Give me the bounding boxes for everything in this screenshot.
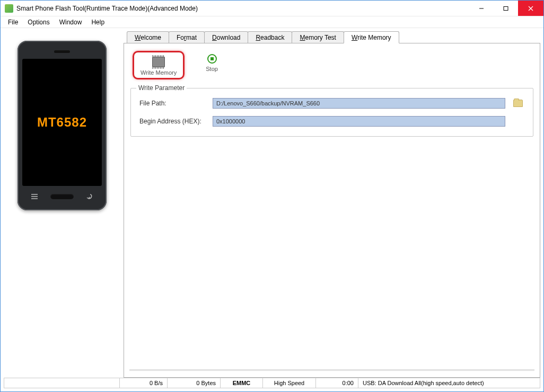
phone-mockup: MT6582	[17, 41, 107, 210]
tab-format-label-a: Fo	[177, 34, 184, 41]
maximize-button[interactable]	[494, 1, 518, 16]
minimize-icon	[479, 6, 484, 11]
app-window: Smart Phone Flash Tool(Runtime Trace Mod…	[0, 0, 544, 392]
tab-welcome-label: elcome	[141, 34, 161, 41]
statusbar: 0 B/s 0 Bytes EMMC High Speed 0:00 USB: …	[4, 378, 540, 388]
stop-button[interactable]: Stop	[200, 51, 223, 75]
menubar: File Options Window Help	[1, 16, 543, 28]
status-time: 0:00	[315, 378, 358, 388]
window-title: Smart Phone Flash Tool(Runtime Trace Mod…	[16, 5, 469, 12]
status-storage: EMMC	[220, 378, 262, 388]
tab-download-label: ownload	[217, 34, 241, 41]
menu-window[interactable]: Window	[55, 17, 86, 28]
tab-memory-test[interactable]: Memory Test	[292, 31, 344, 43]
phone-screen: MT6582	[22, 59, 102, 186]
close-button[interactable]	[518, 1, 543, 16]
status-speed: High Speed	[262, 378, 315, 388]
menu-options[interactable]: Options	[23, 17, 54, 28]
phone-top	[22, 46, 102, 57]
browse-file-button[interactable]	[512, 98, 524, 109]
chip-icon	[152, 57, 165, 67]
file-path-row: File Path:	[139, 98, 524, 109]
phone-menu-icon	[25, 192, 43, 201]
toolbar: Write Memory Stop	[129, 49, 534, 86]
maximize-icon	[503, 6, 508, 11]
tab-welcome[interactable]: Welcome	[127, 31, 169, 43]
status-bytes: 0 Bytes	[167, 378, 220, 388]
menu-help[interactable]: Help	[87, 17, 109, 28]
stop-label: Stop	[206, 66, 218, 72]
right-pane: Welcome Format Download Readback Memory …	[124, 31, 540, 378]
tab-format-label-b: mat	[186, 34, 197, 41]
write-parameter-legend: Write Parameter	[136, 84, 187, 92]
phone-back-icon	[81, 192, 99, 201]
tab-download[interactable]: Download	[204, 31, 248, 43]
content-spacer	[129, 138, 534, 369]
chip-label: MT6582	[37, 115, 87, 130]
body-area: MT6582 Welcome Format Download Read	[1, 28, 543, 378]
window-controls	[469, 1, 543, 16]
tab-bar: Welcome Format Download Readback Memory …	[124, 31, 540, 43]
titlebar: Smart Phone Flash Tool(Runtime Trace Mod…	[1, 1, 543, 16]
phone-home-button	[50, 194, 74, 199]
file-path-input[interactable]	[213, 98, 505, 109]
app-icon	[5, 4, 13, 13]
tab-format[interactable]: Format	[169, 31, 205, 43]
tab-content: Write Memory Stop Write Parameter File P…	[124, 43, 540, 378]
left-pane: MT6582	[4, 31, 120, 378]
status-rate: 0 B/s	[119, 378, 167, 388]
begin-address-row: Begin Address (HEX):	[139, 116, 524, 127]
write-memory-button[interactable]: Write Memory	[133, 51, 185, 79]
close-icon	[528, 6, 533, 11]
tab-write-memory[interactable]: Write Memory	[344, 31, 399, 43]
menu-file[interactable]: File	[4, 17, 22, 28]
folder-icon	[513, 100, 523, 107]
status-usb: USB: DA Download All(high speed,auto det…	[358, 378, 540, 388]
tab-readback[interactable]: Readback	[248, 31, 292, 43]
tab-writemem-label: rite Memory	[357, 34, 391, 41]
write-memory-label: Write Memory	[141, 69, 177, 76]
bottom-divider	[129, 369, 534, 371]
write-parameter-group: Write Parameter File Path: Begin Address…	[130, 88, 533, 137]
file-path-label: File Path:	[139, 100, 208, 107]
phone-speaker	[54, 50, 70, 53]
minimize-button[interactable]	[469, 1, 494, 16]
status-empty	[4, 378, 119, 388]
svg-rect-1	[504, 6, 508, 10]
begin-address-label: Begin Address (HEX):	[139, 118, 208, 125]
stop-icon	[207, 54, 217, 64]
tab-readback-label: eadback	[260, 34, 284, 41]
phone-nav	[22, 189, 102, 204]
begin-address-input[interactable]	[213, 116, 505, 127]
tab-memtest-label: emory Test	[305, 34, 336, 41]
